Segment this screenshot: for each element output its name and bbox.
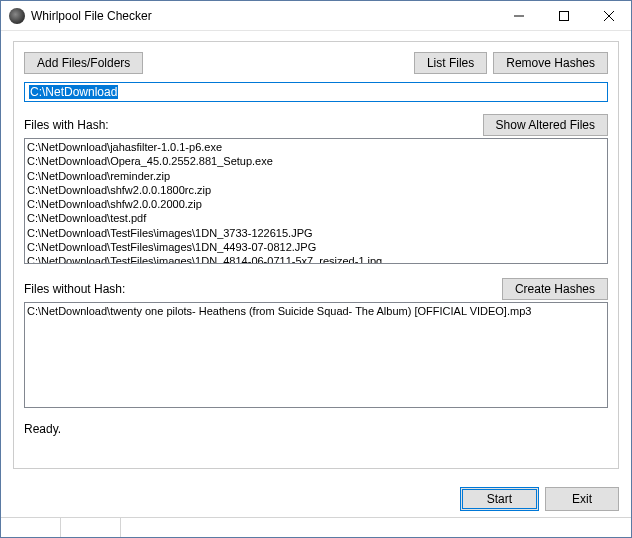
list-item[interactable]: C:\NetDownload\shfw2.0.0.1800rc.zip xyxy=(27,183,605,197)
list-item[interactable]: C:\NetDownload\reminder.zip xyxy=(27,169,605,183)
remove-hashes-button[interactable]: Remove Hashes xyxy=(493,52,608,74)
maximize-button[interactable] xyxy=(541,1,586,30)
list-item[interactable]: C:\NetDownload\test.pdf xyxy=(27,211,605,225)
bottom-toolbar: Start Exit xyxy=(1,479,631,517)
status-text: Ready. xyxy=(24,418,608,440)
hash-section-label: Files with Hash: xyxy=(24,118,109,132)
add-files-button[interactable]: Add Files/Folders xyxy=(24,52,143,74)
exit-button[interactable]: Exit xyxy=(545,487,619,511)
list-item[interactable]: C:\NetDownload\TestFiles\images\1DN_4493… xyxy=(27,240,605,254)
app-icon xyxy=(9,8,25,24)
content-area: Add Files/Folders List Files Remove Hash… xyxy=(1,31,631,479)
list-item[interactable]: C:\NetDownload\twenty one pilots- Heathe… xyxy=(27,304,605,318)
create-hashes-button[interactable]: Create Hashes xyxy=(502,278,608,300)
hash-section-header: Files with Hash: Show Altered Files xyxy=(24,114,608,136)
app-window: Whirlpool File Checker Add Files/Folders… xyxy=(0,0,632,538)
list-item[interactable]: C:\NetDownload\Opera_45.0.2552.881_Setup… xyxy=(27,154,605,168)
list-item[interactable]: C:\NetDownload\TestFiles\images\1DN_3733… xyxy=(27,226,605,240)
list-item[interactable]: C:\NetDownload\shfw2.0.0.2000.zip xyxy=(27,197,605,211)
list-item[interactable]: C:\NetDownload\TestFiles\images\1DN_4814… xyxy=(27,254,605,264)
list-item[interactable]: C:\NetDownload\jahasfilter-1.0.1-p6.exe xyxy=(27,140,605,154)
path-input[interactable]: C:\NetDownload xyxy=(24,82,608,102)
titlebar: Whirlpool File Checker xyxy=(1,1,631,31)
nohash-section-header: Files without Hash: Create Hashes xyxy=(24,278,608,300)
close-button[interactable] xyxy=(586,1,631,30)
files-with-hash-list[interactable]: C:\NetDownload\jahasfilter-1.0.1-p6.exeC… xyxy=(24,138,608,264)
minimize-button[interactable] xyxy=(496,1,541,30)
statusbar xyxy=(1,517,631,537)
show-altered-button[interactable]: Show Altered Files xyxy=(483,114,608,136)
window-controls xyxy=(496,1,631,30)
nohash-section-label: Files without Hash: xyxy=(24,282,125,296)
statusbar-cell xyxy=(61,518,121,537)
list-files-button[interactable]: List Files xyxy=(414,52,487,74)
svg-rect-1 xyxy=(559,11,568,20)
window-title: Whirlpool File Checker xyxy=(31,9,152,23)
files-without-hash-list[interactable]: C:\NetDownload\twenty one pilots- Heathe… xyxy=(24,302,608,408)
statusbar-cell xyxy=(1,518,61,537)
main-panel: Add Files/Folders List Files Remove Hash… xyxy=(13,41,619,469)
start-button[interactable]: Start xyxy=(460,487,539,511)
top-toolbar: Add Files/Folders List Files Remove Hash… xyxy=(24,52,608,74)
